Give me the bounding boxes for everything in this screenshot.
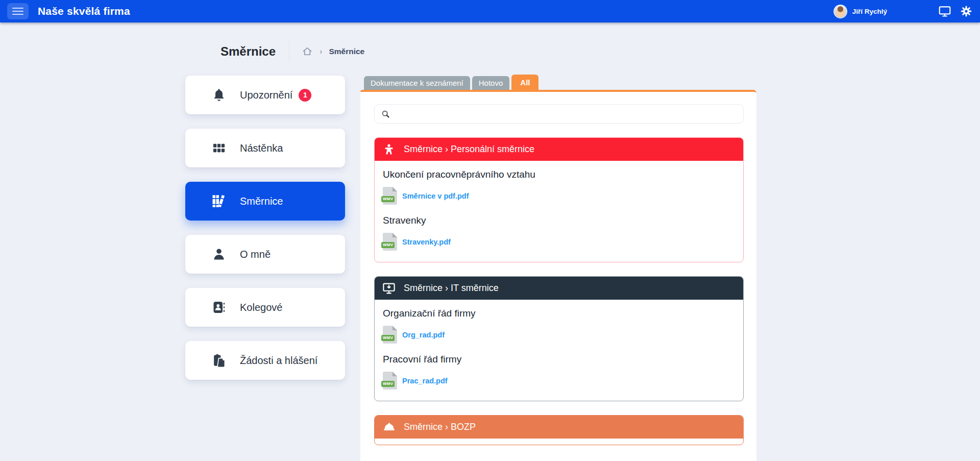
sidebar-item-label: Nástěnka xyxy=(240,142,283,154)
settings-gear-icon[interactable] xyxy=(960,5,973,18)
header-divider xyxy=(289,41,289,62)
page-title: Směrnice xyxy=(220,44,276,59)
file-link[interactable]: Org_rad.pdf xyxy=(402,331,445,339)
card-list: Směrnice › Personální směrniceUkončení p… xyxy=(374,137,744,445)
file-type-icon: WMV xyxy=(383,372,397,390)
file-fold-shape xyxy=(393,372,397,376)
topbar: Naše skvělá firma Jiří Rychlý xyxy=(0,0,980,22)
file-row: WMVOrg_rad.pdf xyxy=(383,326,735,344)
user-name: Jiří Rychlý xyxy=(852,8,887,15)
card-it-smernice: Směrnice › IT směrniceOrganizační řád fi… xyxy=(374,276,744,401)
sidebar-item-kolegove[interactable]: Kolegové xyxy=(185,288,345,327)
breadcrumb: › Směrnice xyxy=(302,46,364,57)
sidebar: Upozornění1NástěnkaSměrniceO mněKolegové… xyxy=(185,76,345,394)
file-type-label: WMV xyxy=(381,381,395,387)
file-type-label: WMV xyxy=(381,335,395,341)
sidebar-item-zadosti-a-hlaseni[interactable]: Žádosti a hlášení xyxy=(185,341,345,380)
topbar-icon-group xyxy=(938,5,973,18)
sidebar-item-label: Směrnice xyxy=(240,196,283,207)
sidebar-item-smernice[interactable]: Směrnice xyxy=(185,182,345,221)
file-row: WMVSměrnice v pdf.pdf xyxy=(383,187,735,205)
sidebar-item-label: Žádosti a hlášení xyxy=(240,355,317,367)
content-panel: Směrnice › Personální směrniceUkončení p… xyxy=(360,90,756,461)
document-title: Pracovní řád firmy xyxy=(383,354,735,365)
notification-badge: 1 xyxy=(299,89,311,102)
books-icon xyxy=(211,193,227,209)
file-fold-shape xyxy=(393,233,397,237)
monitor-download-icon xyxy=(382,282,396,295)
tab-all[interactable]: All xyxy=(511,75,538,90)
sidebar-item-label: Upozornění xyxy=(240,89,292,101)
file-link[interactable]: Směrnice v pdf.pdf xyxy=(402,192,469,200)
app-title: Naše skvělá firma xyxy=(38,5,130,17)
file-row: WMVPrac_rad.pdf xyxy=(383,372,735,390)
home-icon[interactable] xyxy=(302,46,313,57)
card-body: Ukončení pracovněprávního vztahuWMVSměrn… xyxy=(375,161,743,262)
file-type-icon: WMV xyxy=(383,326,397,344)
card-title: Směrnice › BOZP xyxy=(404,422,476,432)
document-title: Stravenky xyxy=(383,215,735,226)
grid-icon xyxy=(211,140,227,156)
display-icon[interactable] xyxy=(938,5,951,18)
sidebar-item-label: Kolegové xyxy=(240,302,282,313)
sidebar-item-nastenka[interactable]: Nástěnka xyxy=(185,129,345,167)
user-menu[interactable]: Jiří Rychlý xyxy=(834,5,887,18)
person-icon xyxy=(211,246,227,262)
search-input[interactable] xyxy=(395,109,737,119)
document-title: Organizační řád firmy xyxy=(383,308,735,319)
file-fold-shape xyxy=(393,326,397,330)
sidebar-item-upozorneni[interactable]: Upozornění1 xyxy=(185,76,345,114)
sidebar-item-label: O mně xyxy=(240,249,271,260)
search-icon xyxy=(381,109,390,119)
file-link[interactable]: Prac_rad.pdf xyxy=(402,377,448,385)
helmet-icon xyxy=(382,421,396,434)
document-title: Ukončení pracovněprávního vztahu xyxy=(383,169,735,180)
card-bozp: Směrnice › BOZP xyxy=(374,415,744,445)
file-type-icon: WMV xyxy=(383,233,397,251)
tab-dokumentace-k-seznameni[interactable]: Dokumentace k seznámení xyxy=(364,76,470,90)
breadcrumb-current: Směrnice xyxy=(329,47,364,56)
card-header-personalni-smernice[interactable]: Směrnice › Personální směrnice xyxy=(375,138,743,161)
file-fold-shape xyxy=(393,187,397,191)
search-box xyxy=(374,104,744,124)
tab-hotovo[interactable]: Hotovo xyxy=(472,76,510,90)
card-title: Směrnice › Personální směrnice xyxy=(404,144,534,155)
card-body: Organizační řád firmyWMVOrg_rad.pdfPraco… xyxy=(375,300,743,401)
tab-bar: Dokumentace k seznámeníHotovoAll xyxy=(360,75,756,90)
file-type-icon: WMV xyxy=(383,187,397,205)
hamburger-menu-button[interactable] xyxy=(7,3,29,19)
file-type-label: WMV xyxy=(381,242,395,248)
child-icon xyxy=(382,143,396,156)
page-header: Směrnice › Směrnice xyxy=(220,41,364,62)
main-content: Dokumentace k seznámeníHotovoAll Směrnic… xyxy=(360,75,756,461)
bell-icon xyxy=(211,87,227,103)
card-header-it-smernice[interactable]: Směrnice › IT směrnice xyxy=(375,277,743,300)
card-header-bozp[interactable]: Směrnice › BOZP xyxy=(375,416,743,439)
breadcrumb-separator: › xyxy=(320,47,322,56)
sidebar-item-o-mne[interactable]: O mně xyxy=(185,235,345,274)
file-row: WMVStravenky.pdf xyxy=(383,233,735,251)
card-body xyxy=(375,439,743,445)
topbar-right: Jiří Rychlý xyxy=(834,5,973,18)
card-title: Směrnice › IT směrnice xyxy=(404,283,499,294)
file-type-label: WMV xyxy=(381,196,395,202)
address-card-icon xyxy=(211,299,227,316)
clipboard-icon xyxy=(211,352,227,369)
card-personalni-smernice: Směrnice › Personální směrniceUkončení p… xyxy=(374,137,744,262)
file-link[interactable]: Stravenky.pdf xyxy=(402,238,451,246)
avatar xyxy=(834,5,847,18)
